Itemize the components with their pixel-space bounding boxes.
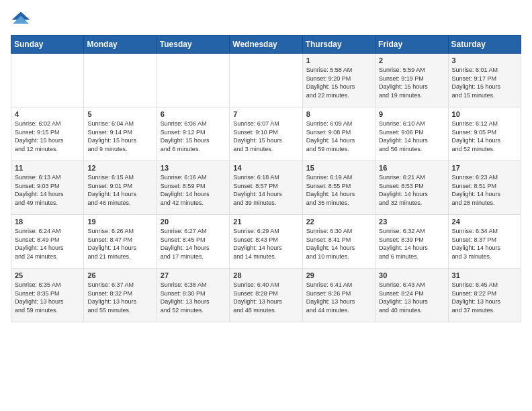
- day-number: 1: [306, 56, 371, 64]
- day-info: Sunrise: 6:29 AM Sunset: 8:43 PM Dayligh…: [233, 227, 298, 261]
- calendar-cell: 30Sunrise: 6:43 AM Sunset: 8:24 PM Dayli…: [375, 269, 448, 322]
- weekday-header-wednesday: Wednesday: [230, 36, 302, 54]
- calendar-cell: 8Sunrise: 6:09 AM Sunset: 9:08 PM Daylig…: [302, 107, 375, 161]
- logo-icon: [11, 11, 31, 27]
- day-number: 25: [15, 271, 80, 279]
- day-info: Sunrise: 6:26 AM Sunset: 8:47 PM Dayligh…: [87, 227, 152, 261]
- day-info: Sunrise: 6:41 AM Sunset: 8:26 PM Dayligh…: [306, 281, 371, 314]
- calendar-cell: 31Sunrise: 6:45 AM Sunset: 8:22 PM Dayli…: [448, 269, 521, 322]
- day-info: Sunrise: 6:15 AM Sunset: 9:01 PM Dayligh…: [87, 173, 152, 207]
- calendar-cell: 18Sunrise: 6:24 AM Sunset: 8:49 PM Dayli…: [11, 215, 84, 269]
- weekday-header-tuesday: Tuesday: [157, 36, 229, 54]
- day-info: Sunrise: 6:30 AM Sunset: 8:41 PM Dayligh…: [306, 227, 371, 261]
- calendar-cell: 14Sunrise: 6:18 AM Sunset: 8:57 PM Dayli…: [230, 161, 302, 215]
- day-number: 18: [15, 218, 80, 226]
- calendar-week-row: 1Sunrise: 5:58 AM Sunset: 9:20 PM Daylig…: [11, 54, 521, 107]
- day-number: 17: [452, 164, 517, 172]
- calendar-week-row: 25Sunrise: 6:35 AM Sunset: 8:35 PM Dayli…: [11, 269, 521, 322]
- day-info: Sunrise: 6:24 AM Sunset: 8:49 PM Dayligh…: [15, 227, 80, 261]
- day-info: Sunrise: 6:07 AM Sunset: 9:10 PM Dayligh…: [233, 120, 298, 153]
- day-number: 22: [306, 218, 371, 226]
- calendar-cell: 5Sunrise: 6:04 AM Sunset: 9:14 PM Daylig…: [84, 107, 157, 161]
- calendar-week-row: 4Sunrise: 6:02 AM Sunset: 9:15 PM Daylig…: [11, 107, 521, 161]
- day-info: Sunrise: 6:38 AM Sunset: 8:30 PM Dayligh…: [161, 281, 226, 314]
- calendar-cell: 24Sunrise: 6:34 AM Sunset: 8:37 PM Dayli…: [448, 215, 521, 269]
- day-number: 8: [306, 110, 371, 118]
- calendar-cell: 4Sunrise: 6:02 AM Sunset: 9:15 PM Daylig…: [11, 107, 84, 161]
- day-info: Sunrise: 6:43 AM Sunset: 8:24 PM Dayligh…: [379, 281, 444, 314]
- calendar-cell: 1Sunrise: 5:58 AM Sunset: 9:20 PM Daylig…: [302, 54, 375, 107]
- day-number: 30: [379, 271, 444, 279]
- day-info: Sunrise: 6:04 AM Sunset: 9:14 PM Dayligh…: [87, 120, 152, 153]
- day-info: Sunrise: 6:16 AM Sunset: 8:59 PM Dayligh…: [161, 173, 226, 207]
- day-info: Sunrise: 6:34 AM Sunset: 8:37 PM Dayligh…: [452, 227, 517, 261]
- calendar-cell: 3Sunrise: 6:01 AM Sunset: 9:17 PM Daylig…: [448, 54, 521, 107]
- day-number: 5: [87, 110, 152, 118]
- day-number: 14: [233, 164, 298, 172]
- day-info: Sunrise: 6:37 AM Sunset: 8:32 PM Dayligh…: [87, 281, 152, 314]
- day-number: 7: [233, 110, 298, 118]
- calendar-cell: [157, 54, 229, 107]
- calendar-cell: 28Sunrise: 6:40 AM Sunset: 8:28 PM Dayli…: [230, 269, 302, 322]
- day-info: Sunrise: 6:10 AM Sunset: 9:06 PM Dayligh…: [379, 120, 444, 153]
- day-number: 24: [452, 218, 517, 226]
- calendar-cell: 15Sunrise: 6:19 AM Sunset: 8:55 PM Dayli…: [302, 161, 375, 215]
- day-number: 15: [306, 164, 371, 172]
- day-info: Sunrise: 6:35 AM Sunset: 8:35 PM Dayligh…: [15, 281, 80, 314]
- calendar-cell: 17Sunrise: 6:23 AM Sunset: 8:51 PM Dayli…: [448, 161, 521, 215]
- calendar-cell: 16Sunrise: 6:21 AM Sunset: 8:53 PM Dayli…: [375, 161, 448, 215]
- calendar-cell: 26Sunrise: 6:37 AM Sunset: 8:32 PM Dayli…: [84, 269, 157, 322]
- day-number: 10: [452, 110, 517, 118]
- day-number: 2: [379, 56, 444, 64]
- calendar-cell: 6Sunrise: 6:06 AM Sunset: 9:12 PM Daylig…: [157, 107, 229, 161]
- day-info: Sunrise: 6:19 AM Sunset: 8:55 PM Dayligh…: [306, 173, 371, 207]
- weekday-header-row: SundayMondayTuesdayWednesdayThursdayFrid…: [11, 36, 521, 54]
- calendar-cell: [11, 54, 84, 107]
- day-info: Sunrise: 6:23 AM Sunset: 8:51 PM Dayligh…: [452, 173, 517, 207]
- calendar-cell: 2Sunrise: 5:59 AM Sunset: 9:19 PM Daylig…: [375, 54, 448, 107]
- calendar-cell: 23Sunrise: 6:32 AM Sunset: 8:39 PM Dayli…: [375, 215, 448, 269]
- day-info: Sunrise: 6:32 AM Sunset: 8:39 PM Dayligh…: [379, 227, 444, 261]
- day-info: Sunrise: 6:27 AM Sunset: 8:45 PM Dayligh…: [161, 227, 226, 261]
- day-number: 9: [379, 110, 444, 118]
- day-number: 31: [452, 271, 517, 279]
- calendar-cell: 22Sunrise: 6:30 AM Sunset: 8:41 PM Dayli…: [302, 215, 375, 269]
- weekday-header-sunday: Sunday: [11, 36, 84, 54]
- calendar-week-row: 18Sunrise: 6:24 AM Sunset: 8:49 PM Dayli…: [11, 215, 521, 269]
- calendar-cell: 21Sunrise: 6:29 AM Sunset: 8:43 PM Dayli…: [230, 215, 302, 269]
- day-number: 27: [161, 271, 226, 279]
- day-info: Sunrise: 6:09 AM Sunset: 9:08 PM Dayligh…: [306, 120, 371, 153]
- calendar-week-row: 11Sunrise: 6:13 AM Sunset: 9:03 PM Dayli…: [11, 161, 521, 215]
- calendar-cell: 9Sunrise: 6:10 AM Sunset: 9:06 PM Daylig…: [375, 107, 448, 161]
- day-number: 13: [161, 164, 226, 172]
- logo: [11, 11, 34, 27]
- day-info: Sunrise: 6:18 AM Sunset: 8:57 PM Dayligh…: [233, 173, 298, 207]
- day-info: Sunrise: 6:40 AM Sunset: 8:28 PM Dayligh…: [233, 281, 298, 314]
- day-info: Sunrise: 6:21 AM Sunset: 8:53 PM Dayligh…: [379, 173, 444, 207]
- day-info: Sunrise: 6:01 AM Sunset: 9:17 PM Dayligh…: [452, 66, 517, 99]
- calendar-cell: 25Sunrise: 6:35 AM Sunset: 8:35 PM Dayli…: [11, 269, 84, 322]
- calendar-cell: [84, 54, 157, 107]
- day-number: 12: [87, 164, 152, 172]
- calendar-cell: 13Sunrise: 6:16 AM Sunset: 8:59 PM Dayli…: [157, 161, 229, 215]
- day-number: 16: [379, 164, 444, 172]
- day-number: 20: [161, 218, 226, 226]
- day-number: 6: [161, 110, 226, 118]
- day-info: Sunrise: 5:59 AM Sunset: 9:19 PM Dayligh…: [379, 66, 444, 99]
- calendar-cell: 10Sunrise: 6:12 AM Sunset: 9:05 PM Dayli…: [448, 107, 521, 161]
- day-number: 29: [306, 271, 371, 279]
- day-number: 19: [87, 218, 152, 226]
- calendar-cell: [230, 54, 302, 107]
- day-info: Sunrise: 6:02 AM Sunset: 9:15 PM Dayligh…: [15, 120, 80, 153]
- day-number: 4: [15, 110, 80, 118]
- day-info: Sunrise: 6:12 AM Sunset: 9:05 PM Dayligh…: [452, 120, 517, 153]
- weekday-header-thursday: Thursday: [302, 36, 375, 54]
- calendar-cell: 19Sunrise: 6:26 AM Sunset: 8:47 PM Dayli…: [84, 215, 157, 269]
- calendar-cell: 20Sunrise: 6:27 AM Sunset: 8:45 PM Dayli…: [157, 215, 229, 269]
- calendar-table: SundayMondayTuesdayWednesdayThursdayFrid…: [11, 35, 521, 322]
- day-info: Sunrise: 6:13 AM Sunset: 9:03 PM Dayligh…: [15, 173, 80, 207]
- calendar-cell: 29Sunrise: 6:41 AM Sunset: 8:26 PM Dayli…: [302, 269, 375, 322]
- day-info: Sunrise: 5:58 AM Sunset: 9:20 PM Dayligh…: [306, 66, 371, 99]
- day-info: Sunrise: 6:45 AM Sunset: 8:22 PM Dayligh…: [452, 281, 517, 314]
- weekday-header-monday: Monday: [84, 36, 157, 54]
